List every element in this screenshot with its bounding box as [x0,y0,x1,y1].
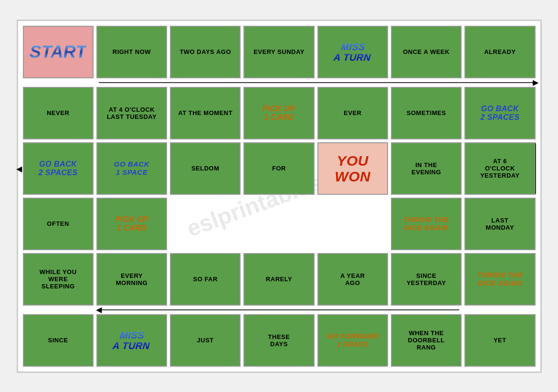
just-label: JUST [197,337,214,344]
just-cell: JUST [170,314,241,367]
at-the-moment-cell: AT THE MOMENT [170,87,241,139]
throw-dice-1-cell: THROW THE DICE AGAIN [391,198,462,250]
year-ago-label: A YEARAGO [340,272,365,286]
these-days-cell: THESEDAYS [243,314,314,367]
often-cell: OFTEN [23,198,94,250]
once-a-week-label: ONCE A WEEK [403,48,450,55]
at4-label: AT 4 O'CLOCKLAST TUESDAY [107,106,157,120]
while-sleeping-cell: WHILE YOUWERESLEEPING [23,253,94,306]
empty-5 [317,198,388,250]
yet-cell: YET [464,314,535,367]
for-cell: FOR [243,142,314,195]
so-far-label: SO FAR [193,275,218,283]
pick-up-2-label: PICK UP1 CARD [116,215,148,232]
so-far-cell: SO FAR [170,253,241,306]
go-back-2-top-label: GO BACK2 SPACES [480,105,519,121]
rarely-label: RARELY [266,275,292,283]
for-label: FOR [272,165,286,172]
go-forward-label: GO FORWARD1 SPACE [326,332,379,348]
at-the-moment-label: AT THE MOMENT [178,109,232,117]
pick-up-2-cell: PICK UP1 CARD [96,198,167,250]
at6-label: AT 6O'CLOCKYESTERDAY [480,158,520,179]
board-inner: eslprintables.com START RIGHT NOW TWO DA… [23,26,536,367]
doorbell-cell: WHEN THEDOORBELLRANG [391,314,462,367]
game-board: eslprintables.com START RIGHT NOW TWO DA… [17,20,542,373]
go-back-2-left-cell: GO BACK2 SPACES [23,142,94,195]
seldom-cell: SELDOM [170,142,241,195]
often-label: OFTEN [47,220,69,227]
since-yesterday-cell: SINCEYESTERDAY [391,253,462,306]
while-sleeping-label: WHILE YOUWERESLEEPING [40,268,77,290]
already-cell: ALREADY [464,26,535,78]
since-yesterday-label: SINCEYESTERDAY [407,272,446,286]
miss-turn-1-cell: MISSA TURN [317,26,388,78]
empty-4 [243,198,314,250]
never-cell: NEVER [23,87,94,139]
empty-3 [170,198,241,250]
these-days-label: THESEDAYS [268,333,290,348]
seldom-label: SELDOM [191,165,220,172]
miss-turn-2-label: MISSA TURN [112,330,151,351]
throw-dice-2-cell: THROW THE DICE AGAIN [464,253,535,306]
last-monday-label: LASTMONDAY [486,217,515,231]
miss-turn-2-cell: MISSA TURN [96,314,167,367]
go-back-1-cell: GO BACK1 SPACE [96,142,167,195]
since-cell: SINCE [23,314,94,367]
go-forward-cell: GO FORWARD1 SPACE [317,314,388,367]
rarely-cell: RARELY [243,253,314,306]
once-a-week-cell: ONCE A WEEK [391,26,462,78]
every-sunday-cell: EVERY SUNDAY [243,26,314,78]
miss-turn-1-label: MISSA TURN [333,42,372,63]
in-the-evening-cell: IN THEEVENING [391,142,462,195]
doorbell-label: WHEN THEDOORBELLRANG [408,329,445,351]
pick-up-1-label: PICK UP1 CARD [263,105,295,121]
right-now-label: RIGHT NOW [113,48,151,55]
two-days-ago-label: TWO DAYS AGO [179,48,231,55]
throw-dice-1-label: THROW THE DICE AGAIN [395,216,458,232]
ever-cell: EVER [317,87,388,139]
in-the-evening-label: IN THEEVENING [411,161,441,176]
throw-dice-2-label: THROW THE DICE AGAIN [468,271,531,287]
go-back-2-top-cell: GO BACK2 SPACES [464,87,535,139]
start-text: START [29,42,87,62]
right-now-cell: RIGHT NOW [96,26,167,78]
start-cell: START [23,26,94,78]
go-back-2-left-label: GO BACK2 SPACES [39,160,78,177]
at4-cell: AT 4 O'CLOCKLAST TUESDAY [96,87,167,139]
ever-label: EVER [344,109,361,117]
go-back-1-label: GO BACK1 SPACE [114,160,149,176]
since-label: SINCE [48,337,68,344]
pick-up-1-cell: PICK UP1 CARD [243,87,314,139]
every-morning-cell: EVERYMORNING [96,253,167,306]
at6-cell: AT 6O'CLOCKYESTERDAY [464,142,535,195]
you-won-cell: YOUWON [317,142,388,195]
every-morning-label: EVERYMORNING [116,272,147,286]
already-label: ALREADY [484,48,516,55]
sometimes-cell: SOMETIMES [391,87,462,139]
year-ago-cell: A YEARAGO [317,253,388,306]
sometimes-label: SOMETIMES [407,109,446,117]
you-won-label: YOUWON [335,153,370,184]
two-days-ago-cell: TWO DAYS AGO [170,26,241,78]
never-label: NEVER [47,109,69,117]
yet-label: YET [494,337,506,344]
every-sunday-label: EVERY SUNDAY [253,48,305,55]
last-monday-cell: LASTMONDAY [464,198,535,250]
